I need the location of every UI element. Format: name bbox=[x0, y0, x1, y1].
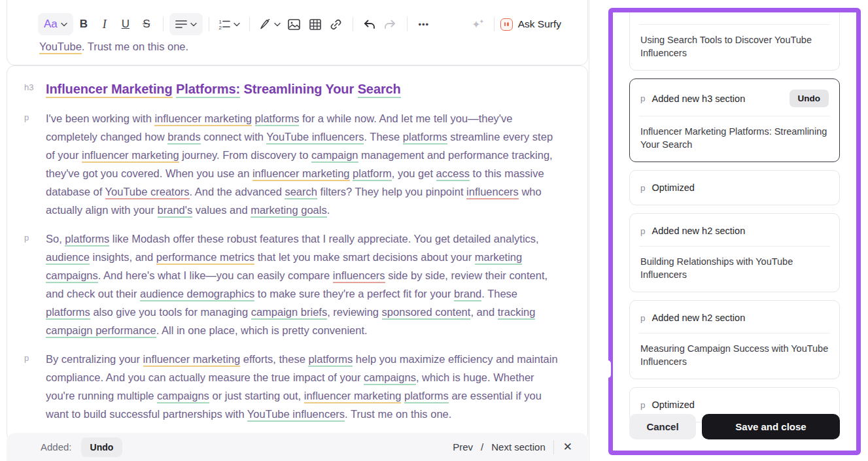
term-highlight[interactable]: audience bbox=[46, 251, 90, 265]
prev-section-button[interactable]: Prev bbox=[453, 441, 473, 452]
term-highlight[interactable]: performance metrics bbox=[156, 251, 254, 265]
redo-button[interactable] bbox=[380, 13, 401, 35]
term-highlight[interactable]: platforms bbox=[46, 306, 90, 320]
change-card[interactable]: pAdded new h3 sectionUndoInfluencer Mark… bbox=[629, 78, 840, 162]
change-card[interactable]: pAdded new h2 sectionBuilding Relationsh… bbox=[629, 213, 840, 292]
term-highlight[interactable]: campaigns bbox=[364, 371, 416, 385]
change-card[interactable]: Using Search Tools to Discover YouTube I… bbox=[629, 12, 840, 71]
term-highlight[interactable]: audience demographics bbox=[140, 288, 254, 301]
close-icon[interactable]: ✕ bbox=[562, 440, 574, 454]
alignment-button[interactable] bbox=[169, 13, 203, 35]
card-divider bbox=[639, 24, 830, 25]
chevron-down-icon bbox=[234, 22, 240, 27]
block-type-tag: p bbox=[640, 183, 646, 193]
term-highlight[interactable]: platforms bbox=[403, 131, 447, 145]
term-highlight[interactable]: brand bbox=[454, 288, 481, 301]
term-highlight[interactable]: influencers bbox=[466, 186, 519, 199]
term-highlight[interactable]: marketing goals bbox=[251, 204, 326, 218]
term-highlight[interactable]: platforms bbox=[308, 353, 353, 367]
italic-button[interactable]: I bbox=[94, 13, 115, 35]
editor-pane: YouTube. Trust me on this one. Aa B I U … bbox=[0, 0, 589, 461]
term-highlight[interactable]: Platforms: bbox=[176, 82, 240, 98]
undo-section-button[interactable]: Undo bbox=[81, 437, 123, 457]
term-highlight[interactable]: campaign bbox=[311, 149, 358, 163]
underline-label: U bbox=[122, 18, 130, 31]
save-and-close-button[interactable]: Save and close bbox=[702, 414, 840, 439]
term-highlight[interactable]: influencer marketing bbox=[304, 390, 402, 403]
panel-resize-handle[interactable] bbox=[604, 360, 611, 378]
active-section[interactable]: h3 Influencer Marketing Platforms: Strea… bbox=[7, 65, 588, 441]
insert-table-button[interactable] bbox=[305, 13, 326, 35]
term-highlight[interactable]: influencers bbox=[333, 269, 385, 283]
term-highlight[interactable]: campaign briefs bbox=[251, 306, 327, 320]
section-paragraph-1[interactable]: I've been working with influencer market… bbox=[46, 109, 564, 219]
term-highlight[interactable]: Influencer Marketing bbox=[46, 82, 173, 98]
sparkles-icon: ✦✦ bbox=[472, 18, 483, 31]
highlight-pen-button[interactable] bbox=[256, 13, 284, 35]
term-highlight[interactable]: search bbox=[285, 186, 317, 199]
block-type-tag: p bbox=[640, 400, 646, 410]
term-highlight[interactable]: YouTube creators bbox=[105, 186, 190, 199]
svg-text:2: 2 bbox=[218, 25, 222, 30]
strikethrough-button[interactable]: S bbox=[136, 13, 157, 35]
section-heading[interactable]: Influencer Marketing Platforms: Streamli… bbox=[46, 79, 564, 99]
block-type-tag: p bbox=[640, 226, 646, 236]
block-type-tag: p bbox=[640, 313, 646, 323]
term-highlight[interactable]: platforms bbox=[404, 390, 449, 403]
term-highlight[interactable]: brand's bbox=[158, 204, 193, 218]
redo-arrow-icon bbox=[384, 19, 396, 30]
review-bar-divider bbox=[553, 440, 554, 454]
prev-next-separator: / bbox=[481, 441, 483, 452]
term-highlight[interactable]: YouTube bbox=[39, 41, 82, 54]
block-type-tag: p bbox=[640, 94, 646, 103]
block-tag-p: p bbox=[24, 112, 29, 122]
term-highlight[interactable]: influencer marketing bbox=[154, 112, 252, 126]
insert-link-button[interactable] bbox=[326, 13, 347, 35]
ai-sparkles-button[interactable]: ✦✦ bbox=[467, 13, 488, 35]
term-highlight[interactable]: campaigns bbox=[157, 390, 209, 403]
section-review-bar: Added: Undo Prev / Next section ✕ bbox=[7, 433, 588, 461]
editor-block-paragraph: p By centralizing your influencer market… bbox=[46, 350, 564, 423]
previous-section-text[interactable]: YouTube. Trust me on this one. bbox=[39, 37, 188, 56]
change-card-header: pAdded new h2 section bbox=[640, 311, 829, 324]
term-highlight[interactable]: marketing campaigns bbox=[46, 251, 522, 283]
font-style-button[interactable]: Aa bbox=[38, 13, 73, 35]
numbered-list-button[interactable]: 12 bbox=[215, 13, 243, 35]
section-paragraph-3[interactable]: By centralizing your influencer marketin… bbox=[46, 350, 564, 423]
toolbar-divider bbox=[494, 17, 495, 31]
term-highlight[interactable]: access bbox=[436, 167, 470, 181]
term-highlight[interactable]: influencer marketing bbox=[143, 353, 241, 367]
change-quote: Using Search Tools to Discover YouTube I… bbox=[640, 33, 829, 60]
cancel-button[interactable]: Cancel bbox=[629, 414, 696, 439]
next-section-button[interactable]: Next section bbox=[491, 441, 546, 452]
term-highlight[interactable]: Search bbox=[358, 82, 401, 98]
term-highlight[interactable]: influencer marketing bbox=[252, 167, 350, 181]
term-highlight[interactable]: platforms bbox=[255, 112, 300, 126]
section-paragraph-2[interactable]: So, platforms like Modash offer these ro… bbox=[46, 230, 564, 339]
term-highlight[interactable]: platform bbox=[353, 167, 392, 181]
card-divider bbox=[639, 333, 830, 333]
term-highlight[interactable]: platforms bbox=[65, 233, 109, 247]
ask-surfy-button[interactable]: Ask Surfy bbox=[500, 18, 561, 31]
change-card-header: pOptimized bbox=[640, 181, 829, 194]
chevron-down-icon bbox=[274, 22, 281, 27]
term-highlight[interactable]: sponsored content bbox=[382, 306, 471, 320]
insert-image-button[interactable] bbox=[284, 13, 305, 35]
toolbar-divider bbox=[249, 17, 250, 31]
block-tag-p: p bbox=[24, 233, 29, 243]
change-card[interactable]: pOptimized bbox=[629, 170, 840, 205]
more-options-button[interactable]: ••• bbox=[413, 13, 434, 35]
undo-button[interactable] bbox=[359, 13, 380, 35]
change-card-header: pOptimized bbox=[640, 398, 829, 411]
underline-button[interactable]: U bbox=[115, 13, 136, 35]
term-highlight[interactable]: YouTube influencers bbox=[247, 408, 345, 422]
change-quote: Building Relationships with YouTube Infl… bbox=[640, 255, 829, 281]
toolbar-divider bbox=[209, 17, 209, 31]
bold-button[interactable]: B bbox=[73, 13, 94, 35]
term-highlight[interactable]: brands bbox=[167, 131, 200, 145]
term-highlight[interactable]: YouTube influencers bbox=[266, 131, 364, 145]
change-card[interactable]: pAdded new h2 sectionMeasuring Campaign … bbox=[629, 300, 840, 379]
term-highlight[interactable]: influencer marketing bbox=[82, 149, 179, 163]
undo-change-button[interactable]: Undo bbox=[790, 90, 829, 107]
pen-icon bbox=[259, 18, 271, 30]
